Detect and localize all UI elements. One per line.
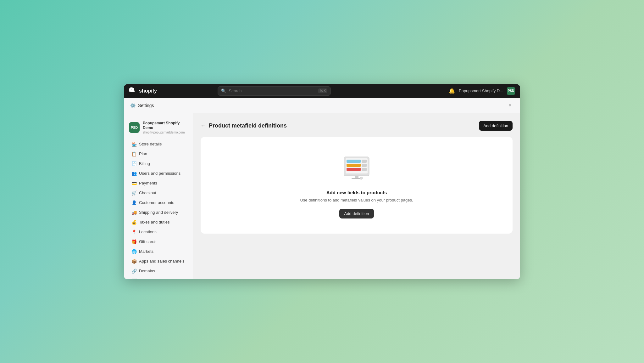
sidebar-item-payments[interactable]: 💳 Payments: [126, 179, 190, 188]
sidebar-label-gift-cards: Gift cards: [139, 239, 157, 244]
sidebar: PSD Popupsmart Shopify Demo shopify.popu…: [124, 113, 193, 279]
sidebar-item-users-permissions[interactable]: 👥 Users and permissions: [126, 169, 190, 178]
svg-rect-7: [362, 168, 367, 171]
sidebar-label-users-permissions: Users and permissions: [139, 171, 180, 176]
svg-rect-4: [347, 164, 361, 167]
back-arrow-icon[interactable]: ←: [201, 123, 206, 128]
settings-gear-icon: ⚙️: [130, 103, 136, 108]
markets-icon: 🌐: [131, 249, 136, 254]
shopify-text: shopify: [139, 88, 157, 94]
sidebar-label-payments: Payments: [139, 181, 157, 185]
empty-state-title: Add new fields to products: [326, 190, 387, 195]
settings-header: ⚙️ Settings ×: [124, 98, 520, 113]
search-bar[interactable]: 🔍 ⌘ K: [218, 86, 331, 96]
sidebar-item-apps-sales-channels[interactable]: 📦 Apps and sales channels: [126, 257, 190, 266]
customer-events-icon: 📊: [131, 278, 136, 279]
sidebar-label-checkout: Checkout: [139, 190, 156, 195]
sidebar-item-domains[interactable]: 🔗 Domains: [126, 266, 190, 276]
sidebar-item-store-details[interactable]: 🏪 Store details: [126, 139, 190, 149]
sidebar-label-domains: Domains: [139, 269, 155, 273]
store-name-display: Popupsmart Shopify D...: [459, 88, 503, 93]
sidebar-item-shipping-delivery[interactable]: 🚚 Shipping and delivery: [126, 208, 190, 217]
sidebar-label-plan: Plan: [139, 151, 147, 156]
page-header: ← Product metafield definitions Add defi…: [201, 121, 513, 131]
sidebar-label-apps-sales-channels: Apps and sales channels: [139, 259, 185, 264]
payments-icon: 💳: [131, 181, 136, 186]
sidebar-label-store-details: Store details: [139, 142, 162, 146]
locations-icon: 📍: [131, 230, 136, 235]
shopify-logo: shopify: [129, 87, 157, 95]
shipping-delivery-icon: 🚚: [131, 210, 136, 215]
settings-title: Settings: [138, 103, 154, 108]
sidebar-label-shipping-delivery: Shipping and delivery: [139, 210, 178, 215]
sidebar-item-locations[interactable]: 📍 Locations: [126, 227, 190, 237]
sidebar-nav: 🏪 Store details 📋 Plan 🧾 Billing 👥: [124, 139, 193, 279]
store-profile-url: shopify.popupsmartdemo.com: [143, 131, 188, 134]
sidebar-item-plan[interactable]: 📋 Plan: [126, 149, 190, 159]
empty-state-description: Use definitions to add metafield values …: [300, 198, 413, 202]
checkout-icon: 🛒: [131, 190, 136, 196]
svg-rect-3: [362, 160, 367, 163]
main-area: ⚙️ Settings × PSD Popupsmart Shopify Dem…: [124, 98, 520, 279]
sidebar-label-customer-events: Customer events: [139, 278, 170, 279]
search-input[interactable]: [229, 88, 316, 93]
store-profile-name: Popupsmart Shopify Demo: [143, 121, 188, 131]
sidebar-item-customer-accounts[interactable]: 👤 Customer accounts: [126, 198, 190, 207]
sidebar-item-gift-cards[interactable]: 🎁 Gift cards: [126, 237, 190, 247]
notification-bell-icon[interactable]: 🔔: [449, 88, 455, 94]
sidebar-item-taxes-duties[interactable]: 💰 Taxes and duties: [126, 218, 190, 227]
settings-window: ⚙️ Settings × PSD Popupsmart Shopify Dem…: [124, 98, 520, 279]
store-profile: PSD Popupsmart Shopify Demo shopify.popu…: [124, 118, 193, 139]
billing-icon: 🧾: [131, 161, 136, 166]
gift-cards-icon: 🎁: [131, 239, 136, 244]
sidebar-item-markets[interactable]: 🌐 Markets: [126, 247, 190, 256]
svg-rect-2: [347, 160, 361, 163]
shopify-logo-icon: [129, 87, 136, 95]
svg-point-10: [360, 177, 363, 179]
close-icon[interactable]: ×: [506, 102, 514, 109]
search-icon: 🔍: [221, 88, 226, 93]
sidebar-item-checkout[interactable]: 🛒 Checkout: [126, 188, 190, 198]
settings-body: PSD Popupsmart Shopify Demo shopify.popu…: [124, 113, 520, 279]
content-area: ← Product metafield definitions Add defi…: [193, 113, 520, 279]
empty-state-card: Add new fields to products Use definitio…: [201, 137, 513, 234]
customer-accounts-icon: 👤: [131, 200, 136, 205]
sidebar-label-markets: Markets: [139, 249, 153, 254]
sidebar-label-billing: Billing: [139, 161, 150, 166]
svg-rect-6: [347, 168, 361, 171]
sidebar-label-customer-accounts: Customer accounts: [139, 200, 174, 205]
svg-rect-5: [362, 164, 367, 167]
store-details-icon: 🏪: [131, 142, 136, 147]
sidebar-item-billing[interactable]: 🧾 Billing: [126, 159, 190, 168]
svg-rect-8: [355, 176, 358, 178]
empty-state-illustration: [338, 152, 375, 184]
store-avatar-large: PSD: [129, 122, 140, 133]
metafield-illustration: [338, 152, 375, 184]
topbar: shopify 🔍 ⌘ K 🔔 Popupsmart Shopify D... …: [124, 84, 520, 98]
add-definition-button-center[interactable]: Add definition: [339, 209, 374, 218]
add-definition-button-top[interactable]: Add definition: [479, 121, 513, 131]
search-shortcut: ⌘ K: [318, 88, 327, 93]
page-title-group: ← Product metafield definitions: [201, 122, 287, 129]
sidebar-item-customer-events: 📊 Customer events: [126, 276, 190, 279]
taxes-duties-icon: 💰: [131, 220, 136, 225]
store-info: Popupsmart Shopify Demo shopify.popupsma…: [143, 121, 188, 134]
topbar-right: 🔔 Popupsmart Shopify D... PSD: [449, 87, 515, 95]
page-title: Product metafield definitions: [209, 122, 287, 129]
users-permissions-icon: 👥: [131, 171, 136, 176]
sidebar-label-taxes-duties: Taxes and duties: [139, 220, 170, 224]
sidebar-label-locations: Locations: [139, 230, 157, 234]
store-avatar[interactable]: PSD: [507, 87, 515, 95]
plan-icon: 📋: [131, 151, 136, 156]
domains-icon: 🔗: [131, 269, 136, 274]
apps-sales-channels-icon: 📦: [131, 259, 136, 264]
app-wrapper: shopify 🔍 ⌘ K 🔔 Popupsmart Shopify D... …: [124, 84, 520, 279]
